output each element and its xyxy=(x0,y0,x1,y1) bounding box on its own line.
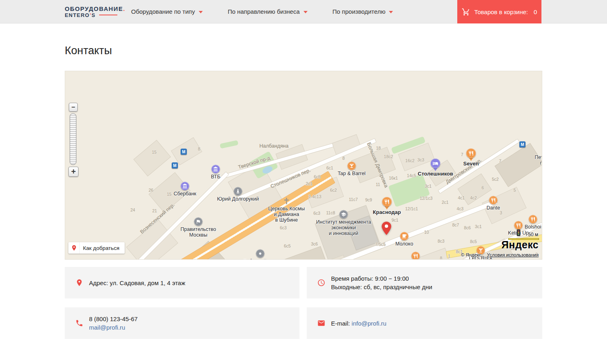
page-title: Контакты xyxy=(65,44,607,57)
house-number: 15 xyxy=(167,192,172,197)
phone-card: 8 (800) 123-45-67 mail@profi.ru xyxy=(65,307,299,339)
bank-icon xyxy=(181,182,189,190)
bank-icon xyxy=(212,165,220,174)
mail-link[interactable]: mail@profi.ru xyxy=(89,324,125,331)
terms-link[interactable]: Условия использования xyxy=(487,252,539,257)
restaurant-icon xyxy=(412,252,420,260)
poi-label: Столешников xyxy=(418,171,453,177)
flag-icon xyxy=(194,218,203,226)
park xyxy=(220,140,239,148)
house-number: 4с3 xyxy=(457,206,464,211)
house-number: 10 xyxy=(424,230,429,235)
house-number: 2с1 xyxy=(306,181,313,186)
house-number: 18с2 xyxy=(384,154,393,159)
hours-line1: Время работы: 9:00 − 19:00 xyxy=(331,274,432,283)
house-number: 11с8 xyxy=(326,210,335,215)
house-number: 4с1 xyxy=(458,195,465,200)
restaurant-icon xyxy=(489,196,498,205)
cart-button[interactable]: Товаров в корзине: 0 xyxy=(457,0,541,23)
poi-label: Сбербанк xyxy=(174,191,196,197)
cart-label: Товаров в корзине: xyxy=(474,8,528,15)
phone-number: 8 (800) 123-45-67 xyxy=(89,315,138,323)
location-pin-icon xyxy=(75,279,83,287)
poi-label: Петровский пассаж xyxy=(535,154,542,166)
main-nav: Оборудование по типу По направлению бизн… xyxy=(131,8,393,15)
nav-by-manufacturer[interactable]: По производителю xyxy=(333,8,393,15)
house-number: 6 xyxy=(482,185,484,190)
house-number: 6с1 xyxy=(327,165,333,170)
house-number: 5 xyxy=(514,188,516,193)
chevron-down-icon xyxy=(389,11,393,13)
dot-icon xyxy=(256,250,265,258)
house-number: 2с1 xyxy=(442,200,449,205)
cart-icon xyxy=(462,8,470,16)
house-number: 16с2 xyxy=(405,158,415,163)
email-label: E-mail: xyxy=(331,320,350,327)
house-number: 9с1 xyxy=(392,218,399,222)
nav-label: По производителю xyxy=(333,8,386,15)
nav-equipment-by-type[interactable]: Оборудование по типу xyxy=(131,8,203,15)
cart-count: 0 xyxy=(534,8,537,15)
house-number: 9с9 xyxy=(365,197,372,202)
yandex-logo[interactable]: Яндекс xyxy=(501,239,539,251)
clock-icon xyxy=(317,279,325,287)
cross-icon xyxy=(283,197,291,205)
email-link[interactable]: info@profi.ru xyxy=(352,320,386,327)
house-number: 3 xyxy=(500,210,502,215)
house-number: 16к1 xyxy=(389,176,398,180)
directions-label: Как добраться xyxy=(80,245,125,251)
house-number: 8с5 xyxy=(470,239,477,244)
house-number: 14с5 xyxy=(407,173,416,178)
monument-icon xyxy=(234,187,242,196)
house-number: 8 xyxy=(342,156,345,161)
yandex-map[interactable]: − + Как добраться 50 м Яндекс © Яндекс У… xyxy=(65,71,542,260)
nav-label: По направлению бизнеса xyxy=(228,8,300,15)
directions-button[interactable]: Как добраться xyxy=(68,242,125,254)
address-text: Адрес: ул. Садовая, дом 1, 4 этаж xyxy=(89,279,185,287)
metro-icon: М xyxy=(181,149,187,155)
house-number: 21 xyxy=(152,208,157,213)
restaurant-icon xyxy=(514,221,523,230)
hotel-icon xyxy=(431,159,440,168)
house-number: 26 xyxy=(149,188,153,193)
house-number: 6с5 xyxy=(314,174,321,179)
metro-icon: М xyxy=(172,163,178,169)
logo[interactable]: ОБОРУДОВАНИЕ. ENTERO’S xyxy=(65,5,117,18)
copyright-text: © Яндекс xyxy=(461,252,481,257)
restaurant-icon xyxy=(529,215,537,224)
metro-icon: М xyxy=(520,142,526,148)
house-number: 5с2 xyxy=(492,177,499,182)
envelope-icon xyxy=(317,319,325,327)
header: ОБОРУДОВАНИЕ. ENTERO’S Оборудование по т… xyxy=(0,0,607,23)
poi-label: ВТБ xyxy=(211,174,220,180)
house-number: 3с3 xyxy=(418,157,424,162)
house-number: 7 xyxy=(461,152,463,157)
address-card: Адрес: ул. Садовая, дом 1, 4 этаж xyxy=(65,267,299,298)
street-label: Налбандяна xyxy=(259,143,289,149)
house-number: 8 xyxy=(440,256,442,260)
main-location-pin-icon xyxy=(382,222,391,235)
map-zoom-control: − + xyxy=(68,103,79,177)
house-number: 3с1 xyxy=(475,224,482,229)
house-number: 24 xyxy=(130,207,135,212)
zoom-in-button[interactable]: + xyxy=(68,167,79,177)
poi-label: Dante xyxy=(486,205,500,211)
hours-line2: Выходные: сб, вс, праздничные дни xyxy=(331,283,432,291)
house-number: 11 xyxy=(376,182,380,187)
nav-by-business[interactable]: По направлению бизнеса xyxy=(228,8,308,15)
house-number: 12/1с1 xyxy=(405,206,418,211)
zoom-slider[interactable] xyxy=(70,113,76,165)
house-number: 15 xyxy=(152,150,157,154)
house-number: 12/1с3 xyxy=(420,196,433,201)
house-number: 3с6 xyxy=(311,241,318,246)
house-number: 2-4с13 xyxy=(308,194,321,199)
contact-cards: Адрес: ул. Садовая, дом 1, 4 этаж Время … xyxy=(65,267,542,339)
house-number: 6с5 xyxy=(284,243,291,248)
zoom-out-button[interactable]: − xyxy=(69,103,78,112)
chevron-down-icon xyxy=(199,11,203,13)
scale-label: 50 м xyxy=(508,232,539,237)
poi-label: Юрий Долгорукий xyxy=(217,196,259,202)
map-attribution: © Яндекс Условия использования xyxy=(461,252,539,257)
phone-icon xyxy=(75,319,83,327)
cafe-icon xyxy=(400,232,409,241)
